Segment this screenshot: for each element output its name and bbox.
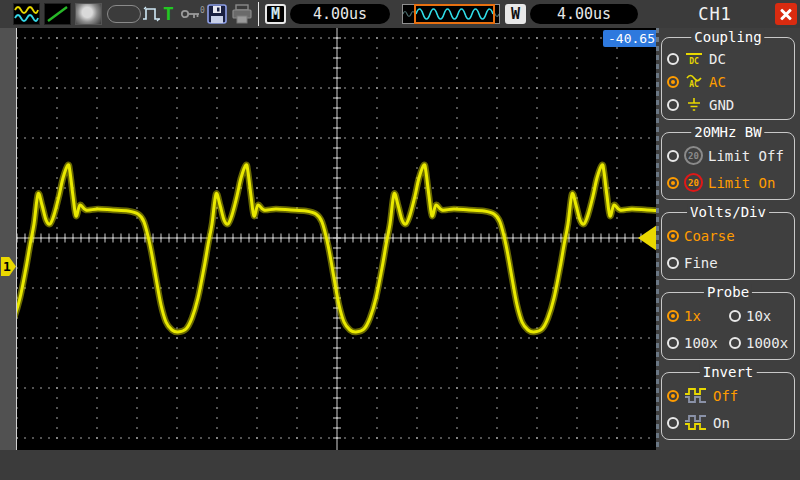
bandwidth-section: 20MHz BW 20 Limit Off 20 Limit On [661, 132, 795, 200]
zoom-window-region[interactable] [414, 4, 495, 24]
voltsdiv-section: Volts/Div Coarse Fine [661, 212, 795, 280]
section-title: Volts/Div [687, 204, 769, 220]
invert-off-option[interactable]: Off [667, 382, 791, 409]
pulse-icon[interactable] [142, 4, 162, 28]
voltsdiv-coarse-option[interactable]: Coarse [667, 222, 791, 249]
section-title: 20MHz BW [691, 124, 764, 140]
oscilloscope-screen: T 0 M 4. [0, 0, 800, 480]
invert-on-icon [684, 414, 708, 431]
plot-left-gutter [0, 28, 16, 450]
empty-slot [107, 5, 141, 23]
radio-icon [667, 177, 679, 189]
invert-off-icon [684, 387, 708, 404]
radio-icon [667, 53, 679, 65]
ground-icon [684, 97, 704, 112]
probe-100x-option[interactable]: 100x [667, 329, 729, 356]
key-lock-icon: 0 [180, 6, 206, 26]
svg-text:DC: DC [689, 57, 699, 66]
invert-on-option[interactable]: On [667, 409, 791, 436]
screenshot-thumbnail-icon[interactable] [75, 3, 102, 25]
radio-icon [667, 310, 679, 322]
bw-20mhz-icon: 20 [684, 173, 703, 192]
main-timebase-readout: 4.00us [290, 4, 390, 24]
radio-icon [667, 257, 679, 269]
probe-1x-option[interactable]: 1x [667, 302, 729, 329]
trigger-level-marker[interactable] [638, 225, 657, 251]
invert-section: Invert Off On [661, 372, 795, 440]
bw-20mhz-icon: 20 [684, 146, 703, 165]
ac-coupling-icon: AC [684, 74, 704, 89]
radio-icon [667, 390, 679, 402]
window-timebase-readout: 4.00us [530, 4, 638, 24]
section-title: Coupling [691, 29, 764, 45]
radio-icon [667, 230, 679, 242]
panel-title: CH1 [698, 4, 732, 24]
probe-section: Probe 1x 10x 100x 1000x [661, 292, 795, 360]
scope-graticule [17, 28, 657, 450]
bw-limit-off-option[interactable]: 20 Limit Off [667, 142, 791, 169]
radio-icon [667, 337, 679, 349]
radio-icon [729, 310, 741, 322]
window-timebase-indicator: W [505, 4, 526, 24]
trigger-t-indicator[interactable]: T [163, 3, 174, 25]
radio-icon [667, 150, 679, 162]
radio-icon [667, 417, 679, 429]
channel-waves-icon[interactable] [13, 3, 40, 25]
svg-text:0: 0 [200, 6, 205, 15]
section-title: Invert [700, 364, 757, 380]
save-icon[interactable] [206, 3, 228, 29]
coupling-section: Coupling DC DC AC AC [661, 37, 795, 120]
coupling-gnd-option[interactable]: GND [667, 93, 791, 116]
bottom-status-bar: AC 20 1.00V CH1 40.0mV 56.0800KHz [0, 450, 800, 480]
waveform-preview [402, 4, 500, 24]
print-icon[interactable] [231, 3, 253, 29]
probe-10x-option[interactable]: 10x [729, 302, 791, 329]
svg-text:AC: AC [689, 80, 699, 89]
bw-limit-on-option[interactable]: 20 Limit On [667, 169, 791, 196]
section-title: Probe [704, 284, 752, 300]
radio-icon [729, 337, 741, 349]
probe-1000x-option[interactable]: 1000x [729, 329, 791, 356]
radio-icon [667, 76, 679, 88]
close-icon[interactable] [775, 3, 797, 25]
voltsdiv-fine-option[interactable]: Fine [667, 249, 791, 276]
display-line-icon[interactable] [44, 3, 71, 25]
main-timebase-indicator: M [265, 4, 286, 24]
radio-icon [667, 99, 679, 111]
coupling-dc-option[interactable]: DC DC [667, 47, 791, 70]
channel-settings-panel: Coupling DC DC AC AC [656, 28, 800, 450]
toolbar-separator [258, 2, 259, 26]
dc-coupling-icon: DC [684, 51, 704, 66]
waveform-display: -40.65us 1 [16, 28, 656, 450]
coupling-ac-option[interactable]: AC AC [667, 70, 791, 93]
